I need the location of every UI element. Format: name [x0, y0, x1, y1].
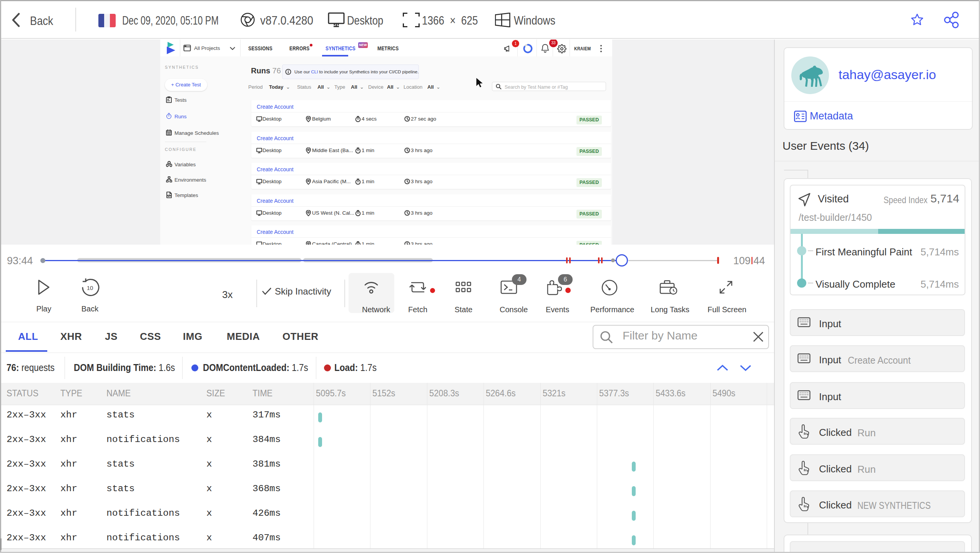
svg-text:10: 10: [87, 285, 93, 291]
